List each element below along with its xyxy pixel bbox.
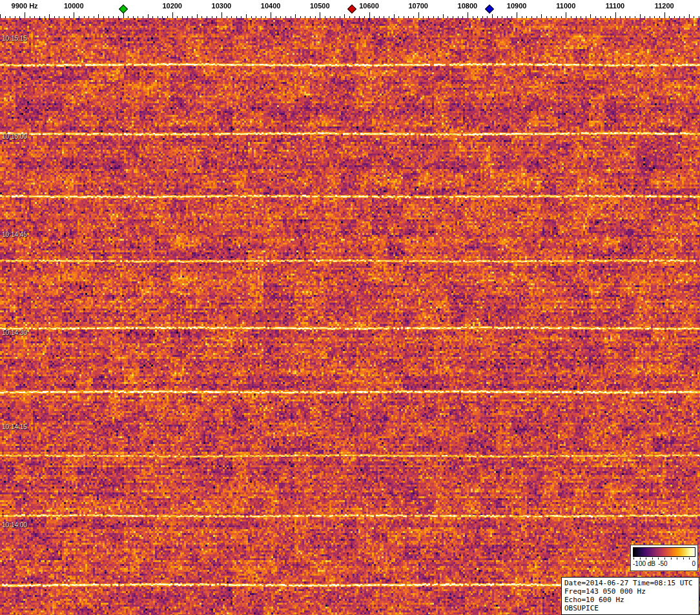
- colorbar-labels: -100 dB -50 0: [631, 560, 697, 569]
- time-tick-label: 10:14:30: [2, 329, 27, 336]
- colorbar-label-mid: -50: [658, 560, 667, 567]
- x-axis-tick-label: 10000: [64, 2, 84, 10]
- x-axis-tick-label: 10500: [310, 2, 330, 10]
- x-axis-tick-label: 10300: [212, 2, 232, 10]
- x-axis-tick-label: 9900 Hz: [12, 2, 38, 10]
- x-axis-tick-label: 10600: [359, 2, 379, 10]
- info-freq-line: Freq=143 050 000 Hz: [564, 587, 696, 596]
- x-axis-tick-label: 11200: [655, 2, 674, 10]
- colorbar-label-min: -100 dB: [633, 560, 655, 567]
- info-echo-line: Echo=10 600 Hz: [564, 596, 696, 604]
- x-axis-tick-label: 10700: [408, 2, 428, 10]
- waterfall-display: 10:15:1510:15:0010:14:4510:14:3010:14:15…: [0, 18, 700, 615]
- info-box: Date=2014-06-27 Time=08:15 UTC Freq=143 …: [561, 577, 699, 615]
- spectrogram-app: 9900 Hz100001020010300104001050010600107…: [0, 0, 700, 615]
- colorbar-label-max: 0: [692, 560, 695, 567]
- time-tick-label: 10:15:00: [2, 133, 27, 140]
- x-axis-tick-label: 10800: [458, 2, 478, 10]
- info-station-line: OBSUPICE: [564, 604, 696, 612]
- colorbar: -100 dB -50 0: [630, 545, 698, 571]
- time-tick-label: 10:14:45: [2, 231, 27, 238]
- x-axis-tick-label: 10900: [507, 2, 527, 10]
- x-axis-tick-label: 10400: [261, 2, 281, 10]
- colorbar-ticks: [633, 558, 695, 560]
- x-axis-tick-label: 11100: [606, 2, 624, 10]
- x-axis-tick-label: 11000: [556, 2, 575, 10]
- waterfall-canvas[interactable]: [0, 18, 700, 615]
- time-tick-label: 10:14:15: [2, 423, 27, 430]
- time-tick-label: 10:15:15: [2, 35, 27, 42]
- colorbar-gradient: [633, 547, 695, 557]
- x-axis-tick-label: 10200: [162, 2, 182, 10]
- time-tick-label: 10:14:00: [2, 521, 27, 529]
- frequency-axis: 9900 Hz100001020010300104001050010600107…: [0, 0, 700, 18]
- info-date-line: Date=2014-06-27 Time=08:15 UTC: [564, 579, 696, 587]
